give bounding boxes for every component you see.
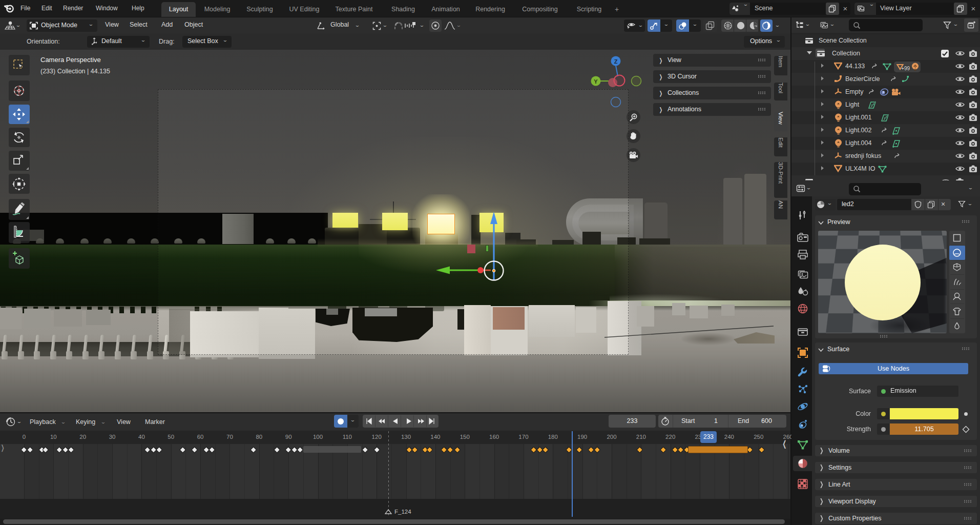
svg-text:Z: Z	[614, 58, 618, 65]
svg-text:Y: Y	[594, 78, 598, 85]
